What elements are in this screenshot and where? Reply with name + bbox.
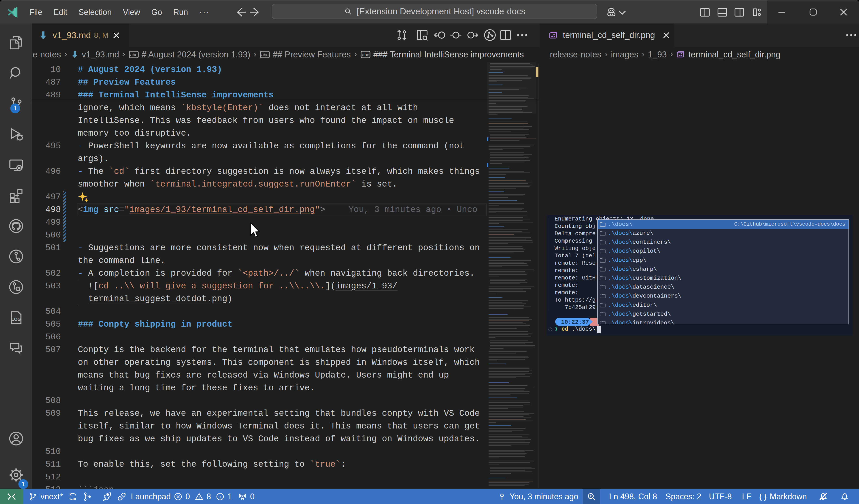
- svg-text:LOG: LOG: [11, 317, 21, 322]
- svg-text:10:22:37: 10:22:37: [561, 319, 589, 326]
- svg-text:abc: abc: [130, 52, 137, 57]
- svg-text:abc: abc: [261, 52, 269, 57]
- svg-text:abc: abc: [362, 52, 369, 57]
